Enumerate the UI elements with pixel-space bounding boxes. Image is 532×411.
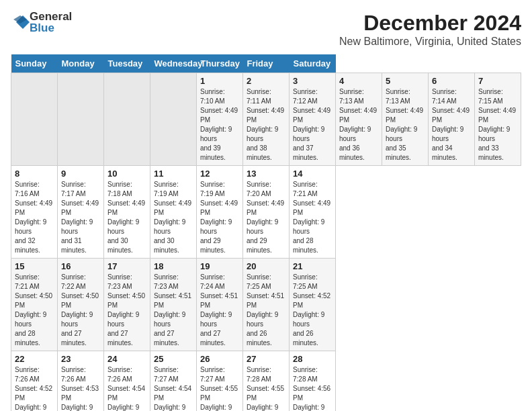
logo-icon [11,13,30,32]
logo: General Blue [11,11,72,34]
day-cell: 17Sunrise: 7:23 AM Sunset: 4:50 PM Dayli… [104,259,150,351]
day-cell: 6Sunrise: 7:14 AM Sunset: 4:49 PM Daylig… [429,73,475,166]
day-cell: 4Sunrise: 7:13 AM Sunset: 4:49 PM Daylig… [336,73,382,166]
day-info: Sunrise: 7:12 AM Sunset: 4:49 PM Dayligh… [293,87,332,163]
day-cell: 25Sunrise: 7:27 AM Sunset: 4:54 PM Dayli… [150,351,197,412]
logo-blue: Blue [30,22,72,34]
week-row-3: 15Sunrise: 7:21 AM Sunset: 4:50 PM Dayli… [11,259,521,351]
day-number: 28 [293,354,332,364]
main-title: December 2024 [339,11,521,36]
day-info: Sunrise: 7:28 AM Sunset: 4:55 PM Dayligh… [247,365,285,411]
day-info: Sunrise: 7:13 AM Sunset: 4:49 PM Dayligh… [386,87,425,163]
day-info: Sunrise: 7:27 AM Sunset: 4:54 PM Dayligh… [154,365,193,411]
day-info: Sunrise: 7:26 AM Sunset: 4:52 PM Dayligh… [15,365,54,411]
day-cell: 27Sunrise: 7:28 AM Sunset: 4:55 PM Dayli… [243,351,290,412]
day-number: 24 [107,354,146,364]
week-row-1: 1Sunrise: 7:10 AM Sunset: 4:49 PM Daylig… [11,73,521,166]
day-number: 4 [339,76,378,86]
empty-cell [150,73,197,166]
header-day-wednesday: Wednesday [150,54,197,73]
day-info: Sunrise: 7:10 AM Sunset: 4:49 PM Dayligh… [200,87,239,163]
day-number: 16 [61,261,100,271]
empty-cell [11,73,58,166]
header-day-tuesday: Tuesday [104,54,150,73]
day-number: 26 [200,354,239,364]
day-cell: 24Sunrise: 7:26 AM Sunset: 4:54 PM Dayli… [104,351,150,412]
empty-cell [104,73,150,166]
day-cell: 26Sunrise: 7:27 AM Sunset: 4:55 PM Dayli… [197,351,243,412]
day-number: 13 [247,169,285,179]
day-cell: 22Sunrise: 7:26 AM Sunset: 4:52 PM Dayli… [11,351,58,412]
title-section: December 2024 New Baltimore, Virginia, U… [339,11,521,48]
day-number: 3 [293,76,332,86]
header-row: SundayMondayTuesdayWednesdayThursdayFrid… [11,54,521,73]
day-info: Sunrise: 7:16 AM Sunset: 4:49 PM Dayligh… [15,180,54,255]
day-cell: 3Sunrise: 7:12 AM Sunset: 4:49 PM Daylig… [290,73,336,166]
day-cell: 12Sunrise: 7:19 AM Sunset: 4:49 PM Dayli… [197,166,243,259]
day-cell: 28Sunrise: 7:28 AM Sunset: 4:56 PM Dayli… [290,351,336,412]
day-cell: 8Sunrise: 7:16 AM Sunset: 4:49 PM Daylig… [11,166,58,259]
header-day-thursday: Thursday [197,54,243,73]
day-number: 19 [200,261,239,271]
day-cell: 1Sunrise: 7:10 AM Sunset: 4:49 PM Daylig… [197,73,243,166]
day-info: Sunrise: 7:28 AM Sunset: 4:56 PM Dayligh… [293,365,332,411]
day-number: 9 [61,169,100,179]
day-info: Sunrise: 7:25 AM Sunset: 4:51 PM Dayligh… [247,273,285,348]
day-info: Sunrise: 7:18 AM Sunset: 4:49 PM Dayligh… [107,180,146,255]
day-info: Sunrise: 7:22 AM Sunset: 4:50 PM Dayligh… [61,273,100,348]
day-number: 25 [154,354,193,364]
day-cell: 5Sunrise: 7:13 AM Sunset: 4:49 PM Daylig… [382,73,429,166]
day-number: 6 [432,76,471,86]
day-info: Sunrise: 7:19 AM Sunset: 4:49 PM Dayligh… [154,180,193,255]
subtitle: New Baltimore, Virginia, United States [339,36,521,48]
day-cell: 18Sunrise: 7:23 AM Sunset: 4:51 PM Dayli… [150,259,197,351]
day-number: 27 [247,354,285,364]
header-day-saturday: Saturday [290,54,336,73]
day-info: Sunrise: 7:20 AM Sunset: 4:49 PM Dayligh… [247,180,285,255]
day-cell: 13Sunrise: 7:20 AM Sunset: 4:49 PM Dayli… [243,166,290,259]
day-cell: 14Sunrise: 7:21 AM Sunset: 4:49 PM Dayli… [290,166,336,259]
day-info: Sunrise: 7:11 AM Sunset: 4:49 PM Dayligh… [247,87,285,163]
day-number: 21 [293,261,332,271]
day-number: 5 [386,76,425,86]
day-number: 17 [107,261,146,271]
day-cell: 20Sunrise: 7:25 AM Sunset: 4:51 PM Dayli… [243,259,290,351]
day-cell: 9Sunrise: 7:17 AM Sunset: 4:49 PM Daylig… [58,166,104,259]
day-cell: 19Sunrise: 7:24 AM Sunset: 4:51 PM Dayli… [197,259,243,351]
day-number: 1 [200,76,239,86]
day-info: Sunrise: 7:14 AM Sunset: 4:49 PM Dayligh… [432,87,471,163]
day-info: Sunrise: 7:21 AM Sunset: 4:49 PM Dayligh… [293,180,332,255]
day-info: Sunrise: 7:13 AM Sunset: 4:49 PM Dayligh… [339,87,378,163]
day-info: Sunrise: 7:23 AM Sunset: 4:50 PM Dayligh… [107,273,146,348]
logo-general: General [30,11,72,22]
day-info: Sunrise: 7:27 AM Sunset: 4:55 PM Dayligh… [200,365,239,411]
day-info: Sunrise: 7:24 AM Sunset: 4:51 PM Dayligh… [200,273,239,348]
day-cell: 11Sunrise: 7:19 AM Sunset: 4:49 PM Dayli… [150,166,197,259]
header: General Blue December 2024 New Baltimore… [11,11,521,48]
day-number: 22 [15,354,54,364]
day-number: 8 [15,169,54,179]
day-cell: 16Sunrise: 7:22 AM Sunset: 4:50 PM Dayli… [58,259,104,351]
day-cell: 10Sunrise: 7:18 AM Sunset: 4:49 PM Dayli… [104,166,150,259]
day-number: 23 [61,354,100,364]
day-number: 20 [247,261,285,271]
day-cell: 2Sunrise: 7:11 AM Sunset: 4:49 PM Daylig… [243,73,290,166]
day-number: 11 [154,169,193,179]
day-info: Sunrise: 7:19 AM Sunset: 4:49 PM Dayligh… [200,180,239,255]
day-number: 18 [154,261,193,271]
header-day-sunday: Sunday [11,54,58,73]
header-day-friday: Friday [243,54,290,73]
day-info: Sunrise: 7:26 AM Sunset: 4:53 PM Dayligh… [61,365,100,411]
header-day-monday: Monday [58,54,104,73]
week-row-2: 8Sunrise: 7:16 AM Sunset: 4:49 PM Daylig… [11,166,521,259]
day-number: 15 [15,261,54,271]
day-number: 10 [107,169,146,179]
day-cell: 21Sunrise: 7:25 AM Sunset: 4:52 PM Dayli… [290,259,336,351]
calendar-table: SundayMondayTuesdayWednesdayThursdayFrid… [11,54,521,411]
day-number: 7 [478,76,517,86]
day-info: Sunrise: 7:26 AM Sunset: 4:54 PM Dayligh… [107,365,146,411]
day-info: Sunrise: 7:15 AM Sunset: 4:49 PM Dayligh… [478,87,517,163]
week-row-4: 22Sunrise: 7:26 AM Sunset: 4:52 PM Dayli… [11,351,521,412]
day-number: 12 [200,169,239,179]
day-cell: 15Sunrise: 7:21 AM Sunset: 4:50 PM Dayli… [11,259,58,351]
